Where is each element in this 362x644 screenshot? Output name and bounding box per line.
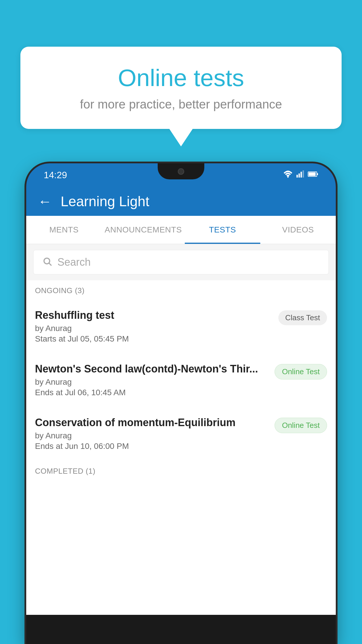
test-item-newtons[interactable]: Newton's Second law(contd)-Newton's Thir… — [26, 354, 336, 407]
svg-rect-6 — [309, 172, 316, 176]
speech-bubble-container: Online tests for more practice, better p… — [20, 47, 342, 146]
test-author-newtons: by Anurag — [35, 377, 269, 387]
svg-rect-3 — [301, 172, 302, 177]
status-icons — [283, 170, 318, 180]
svg-rect-7 — [317, 173, 318, 175]
test-author-reshuffling: by Anurag — [35, 324, 273, 333]
test-date-newtons: Ends at Jul 06, 10:45 AM — [35, 388, 269, 397]
search-placeholder: Search — [57, 256, 91, 268]
test-item-conservation[interactable]: Conservation of momentum-Equilibrium by … — [26, 407, 336, 460]
test-info-reshuffling: Reshuffling test by Anurag Starts at Jul… — [35, 309, 273, 344]
svg-point-0 — [287, 176, 289, 178]
tab-announcements[interactable]: ANNOUNCEMENTS — [102, 216, 185, 244]
app-header: ← Learning Light — [26, 187, 336, 216]
svg-rect-1 — [296, 175, 298, 177]
tab-ments[interactable]: MENTS — [26, 216, 102, 244]
test-badge-reshuffling: Class Test — [278, 310, 327, 325]
search-bar[interactable]: Search — [33, 250, 329, 274]
tab-videos[interactable]: VIDEOS — [260, 216, 336, 244]
ongoing-section-header: ONGOING (3) — [26, 280, 336, 300]
speech-bubble: Online tests for more practice, better p… — [20, 47, 342, 129]
test-date-conservation: Ends at Jun 10, 06:00 PM — [35, 442, 269, 451]
svg-rect-4 — [303, 170, 304, 178]
search-container: Search — [26, 244, 336, 280]
speech-bubble-title: Online tests — [44, 64, 318, 92]
back-button[interactable]: ← — [38, 193, 52, 209]
tab-tests[interactable]: TESTS — [185, 216, 260, 244]
test-date-reshuffling: Starts at Jul 05, 05:45 PM — [35, 334, 273, 344]
test-info-newtons: Newton's Second law(contd)-Newton's Thir… — [35, 363, 269, 397]
test-name-reshuffling: Reshuffling test — [35, 309, 273, 321]
content-list: ONGOING (3) Reshuffling test by Anurag S… — [26, 280, 336, 615]
test-name-newtons: Newton's Second law(contd)-Newton's Thir… — [35, 363, 269, 375]
test-author-conservation: by Anurag — [35, 431, 269, 440]
test-badge-conservation: Online Test — [275, 418, 327, 433]
svg-point-8 — [44, 258, 50, 264]
test-info-conservation: Conservation of momentum-Equilibrium by … — [35, 416, 269, 451]
speech-bubble-subtitle: for more practice, better performance — [44, 97, 318, 111]
search-icon — [42, 256, 53, 268]
status-time: 14:29 — [44, 170, 67, 181]
test-name-conservation: Conservation of momentum-Equilibrium — [35, 416, 269, 429]
tabs-container: MENTS ANNOUNCEMENTS TESTS VIDEOS — [26, 216, 336, 244]
phone-content: ← Learning Light MENTS ANNOUNCEMENTS TES… — [26, 187, 336, 615]
camera-dot — [178, 168, 184, 175]
battery-icon — [308, 170, 318, 180]
test-item-reshuffling[interactable]: Reshuffling test by Anurag Starts at Jul… — [26, 300, 336, 353]
app-title: Learning Light — [61, 193, 149, 209]
phone-frame: 14:29 — [26, 163, 336, 644]
svg-rect-2 — [298, 173, 300, 177]
notch — [158, 163, 204, 179]
signal-icon — [296, 170, 304, 180]
completed-section-header: COMPLETED (1) — [26, 461, 336, 480]
wifi-icon — [283, 170, 293, 180]
svg-line-9 — [49, 263, 51, 265]
status-bar: 14:29 — [26, 163, 336, 187]
speech-bubble-arrow — [169, 129, 193, 146]
test-badge-newtons: Online Test — [275, 364, 327, 379]
